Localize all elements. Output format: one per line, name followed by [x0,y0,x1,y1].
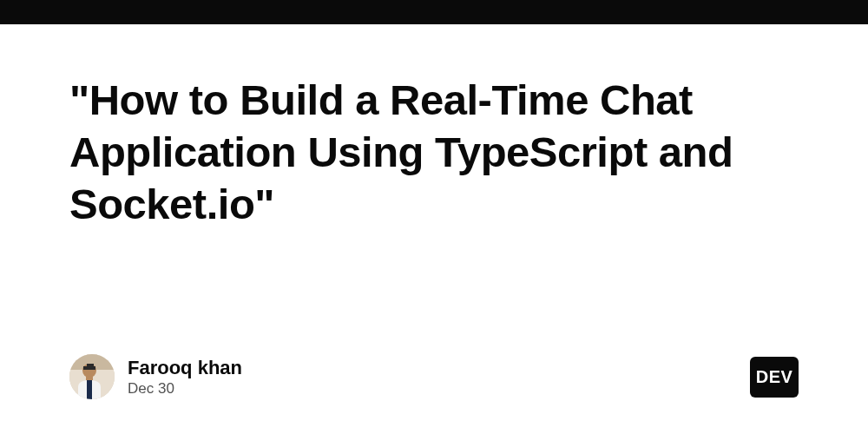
author-meta: Farooq khan Dec 30 [128,357,242,398]
article-card: "How to Build a Real-Time Chat Applicati… [0,24,868,434]
article-title: "How to Build a Real-Time Chat Applicati… [69,75,799,230]
author-avatar[interactable] [69,354,115,399]
author-name[interactable]: Farooq khan [128,357,242,379]
card-footer: Farooq khan Dec 30 DEV [69,354,799,399]
top-bar [0,0,868,24]
dev-badge-label: DEV [756,367,793,387]
avatar-image [69,354,115,399]
dev-badge[interactable]: DEV [750,357,799,398]
svg-rect-5 [87,364,94,367]
svg-rect-3 [86,375,93,380]
post-date: Dec 30 [128,380,242,398]
author-block[interactable]: Farooq khan Dec 30 [69,354,242,399]
